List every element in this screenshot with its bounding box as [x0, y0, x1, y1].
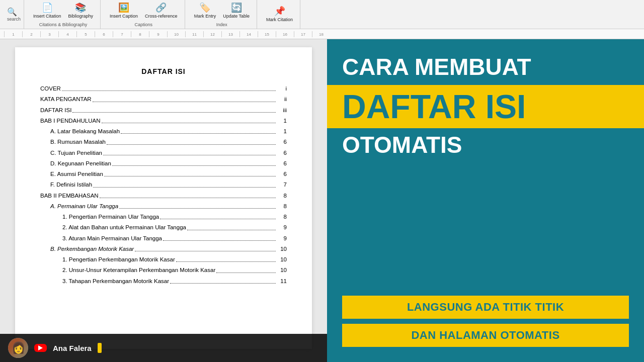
captions-group-label: Captions	[135, 22, 153, 27]
toc-label: 1. Pengertian Perkembangan Motorik Kasar	[62, 255, 175, 264]
toc-row: BAB II PEMBAHASAN8	[40, 192, 287, 200]
toc-dots	[93, 95, 276, 102]
right-panel: CARA MEMBUAT DAFTAR ISI OTOMATIS LANGSUN…	[327, 39, 644, 362]
toc-row: 3. Tahapan Perkembangan Motorik Kasar11	[40, 277, 287, 286]
ruler-tick: 9	[149, 31, 167, 37]
toc-page: 6	[277, 138, 287, 146]
bibliography-button[interactable]: 📚 Bibliography	[66, 2, 96, 20]
index-group: 🏷️ Mark Entry 🔄 Update Table Index	[187, 0, 257, 29]
toc-row: F. Definisi Istilah7	[40, 180, 287, 189]
toc-dots	[103, 149, 276, 155]
ruler-tick: 2	[22, 31, 40, 37]
youtube-logo	[34, 344, 47, 352]
toc-row: COVERi	[40, 84, 287, 93]
ruler-tick: 3	[40, 31, 58, 37]
subscribe-badge	[98, 343, 102, 353]
overlay-highlight-box: DAFTAR ISI	[327, 85, 644, 128]
toc-dots	[107, 138, 276, 144]
insert-caption-icon: 🖼️	[118, 3, 129, 14]
toc-page: 10	[277, 266, 287, 275]
search-label: search	[7, 17, 21, 22]
ruler-tick: 13	[221, 31, 239, 37]
toc-label: 2. Unsur-Unsur Keterampilan Perkembangan…	[62, 266, 215, 275]
ruler-tick: 1	[4, 31, 22, 37]
document-page: DAFTAR ISI COVERiKATA PENGANTARiiDAFTAR …	[15, 47, 312, 349]
toc-row: BAB I PENDAHULUAN1	[40, 117, 287, 125]
toc-dots	[119, 202, 276, 209]
toc-dots	[163, 234, 276, 241]
toc-row: D. Kegunaan Penelitian6	[40, 159, 287, 168]
toc-dots	[62, 84, 276, 91]
toc-row: KATA PENGANTARii	[40, 95, 287, 104]
toc-row: 2. Alat dan Bahan untuk Permainan Ular T…	[40, 223, 287, 232]
cross-reference-icon: 🔗	[155, 3, 167, 14]
toolbar: 🔍 search 📄 Insert Citation 📚 Bibliograph…	[0, 0, 644, 29]
toc-label: KATA PENGANTAR	[40, 95, 92, 104]
toc-row: C. Tujuan Penelitian6	[40, 149, 287, 157]
toc-dots	[216, 266, 276, 273]
badge2-text: DAN HALAMAN OTOMATIS	[411, 329, 559, 342]
toc-row: DAFTAR ISIiii	[40, 106, 287, 115]
toc-dots	[112, 159, 276, 166]
update-table-icon: 🔄	[231, 3, 242, 14]
insert-caption-button[interactable]: 🖼️ Insert Caption	[108, 2, 140, 20]
toc-page: ii	[277, 95, 287, 104]
bibliography-icon: 📚	[75, 3, 86, 14]
toc-page: 1	[277, 127, 287, 136]
toc-label: B. Rumusan Masalah	[50, 138, 106, 146]
toc-label: 3. Aturan Main Permainan Ular Tangga	[62, 234, 162, 243]
avatar: 👩	[8, 338, 28, 358]
toc-page: 8	[277, 202, 287, 211]
toc-page: 10	[277, 245, 287, 253]
toc-dots	[104, 170, 276, 176]
mark-citation-button[interactable]: 📌 Mark Citation	[264, 5, 295, 23]
cross-reference-button[interactable]: 🔗 Cross-reference	[143, 2, 180, 20]
toc-page: 11	[277, 277, 287, 286]
toc-row: 1. Pengertian Perkembangan Motorik Kasar…	[40, 255, 287, 264]
toc-page: iii	[277, 106, 287, 115]
toc-page: 8	[277, 192, 287, 200]
ruler-tick: 5	[76, 31, 95, 37]
overlay-highlight-text: DAFTAR ISI	[342, 90, 629, 123]
ruler: 123456789101112131415161718	[0, 29, 644, 39]
toc-row: 1. Pengertian Permainan Ular Tangga8	[40, 213, 287, 221]
toc-label: 2. Alat dan Bahan untuk Permainan Ular T…	[62, 223, 186, 232]
toc-dots	[72, 106, 276, 113]
toc-page: 8	[277, 213, 287, 221]
index-group-label: Index	[216, 22, 227, 27]
toc-page: 7	[277, 180, 287, 189]
toc-dots	[102, 117, 276, 123]
toc-page: i	[277, 84, 287, 93]
ruler-tick: 7	[113, 31, 131, 37]
toc-page: 9	[277, 234, 287, 243]
toc-row: 3. Aturan Main Permainan Ular Tangga9	[40, 234, 287, 243]
toc-label: A. Permainan Ular Tangga	[50, 202, 118, 211]
toc-label: COVER	[40, 84, 61, 93]
mark-entry-button[interactable]: 🏷️ Mark Entry	[192, 2, 218, 20]
ruler-tick: 14	[239, 31, 258, 37]
toc-dots	[176, 255, 276, 262]
ruler-tick: 4	[58, 31, 76, 37]
toc-dots	[100, 192, 276, 198]
toc-label: 3. Tahapan Perkembangan Motorik Kasar	[62, 277, 169, 286]
toc-label: 1. Pengertian Permainan Ular Tangga	[62, 213, 159, 221]
bottom-bar: 👩 Ana Falera	[0, 334, 327, 362]
insert-citation-button[interactable]: 📄 Insert Citation	[31, 2, 63, 20]
toc-row: A. Permainan Ular Tangga8	[40, 202, 287, 211]
toc-row: A. Latar Belakang Masalah1	[40, 127, 287, 136]
search-icon: 🔍	[7, 7, 17, 17]
toc-label: F. Definisi Istilah	[50, 180, 92, 189]
channel-name: Ana Falera	[53, 344, 92, 352]
ruler-tick: 17	[294, 31, 312, 37]
toc-dots	[170, 277, 276, 284]
badge1: LANGSUNG ADA TITIK TITIK	[342, 296, 629, 319]
toc-dots	[160, 213, 276, 219]
toc-page: 1	[277, 117, 287, 125]
ruler-tick: 18	[312, 31, 330, 37]
toc-page: 6	[277, 170, 287, 178]
toc-page: 9	[277, 223, 287, 232]
main-area: DAFTAR ISI COVERiKATA PENGANTARiiDAFTAR …	[0, 39, 644, 362]
toc-dots	[93, 180, 276, 187]
ruler-ticks: 123456789101112131415161718	[4, 31, 330, 37]
update-table-button[interactable]: 🔄 Update Table	[221, 2, 252, 20]
